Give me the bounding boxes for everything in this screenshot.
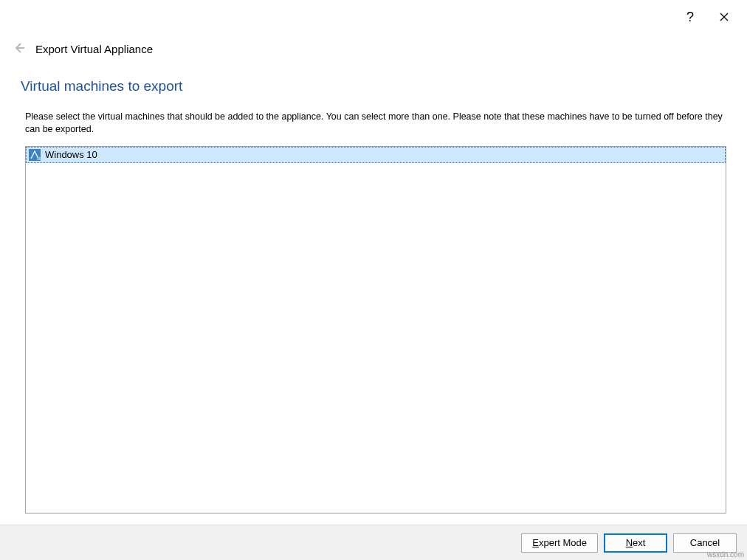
expert-mode-button[interactable]: Expert Mode xyxy=(521,533,598,553)
back-arrow-icon xyxy=(13,41,26,57)
svg-text:10: 10 xyxy=(37,156,41,161)
cancel-button[interactable]: Cancel xyxy=(673,533,737,553)
next-button[interactable]: Next xyxy=(604,533,667,553)
help-button[interactable]: ? xyxy=(673,6,707,28)
close-icon xyxy=(720,11,729,24)
titlebar: ? xyxy=(0,0,747,30)
vm-list-item[interactable]: 10 Windows 10 xyxy=(26,147,726,163)
section-description: Please select the virtual machines that … xyxy=(21,111,726,136)
wizard-title: Export Virtual Appliance xyxy=(35,43,153,55)
watermark: wsxdn.com xyxy=(707,550,744,559)
vm-item-label: Windows 10 xyxy=(45,149,97,160)
wizard-header: Export Virtual Appliance xyxy=(0,30,747,63)
section-heading: Virtual machines to export xyxy=(21,78,726,94)
close-button[interactable] xyxy=(707,6,741,28)
back-button[interactable] xyxy=(10,40,28,58)
vm-icon: 10 xyxy=(29,149,41,161)
button-label: Next xyxy=(626,537,646,548)
wizard-content: Virtual machines to export Please select… xyxy=(0,63,747,521)
help-icon: ? xyxy=(686,10,694,25)
button-label: Expert Mode xyxy=(532,537,587,548)
wizard-footer: Expert Mode Next Cancel xyxy=(0,525,747,560)
vm-list[interactable]: 10 Windows 10 xyxy=(25,146,726,514)
button-label: Cancel xyxy=(690,537,720,548)
